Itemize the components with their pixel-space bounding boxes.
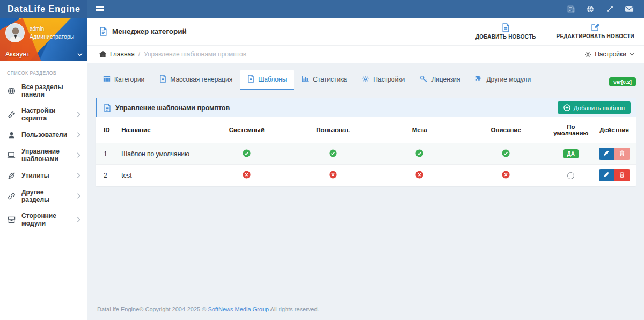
table-icon (103, 75, 111, 84)
sidebar-item-label: Все разделы панели (21, 83, 80, 98)
home-icon (99, 51, 106, 57)
page-header: Менеджер категорий ДОБАВИТЬ НОВОСТЬ РЕДА… (87, 18, 644, 45)
tab-6[interactable]: Другие модули (467, 70, 538, 90)
default-radio[interactable] (567, 172, 574, 179)
tab-label: Категории (114, 76, 144, 83)
column-header: Описание (463, 117, 549, 143)
app-window: DataLife Engine (0, 0, 644, 320)
add-template-button[interactable]: Добавить шаблон (558, 101, 631, 114)
sidebar-item-0[interactable]: Все разделы панели (0, 79, 87, 103)
cell-id: 1 (96, 143, 117, 165)
pencil-icon (603, 171, 610, 179)
page-title: Менеджер категорий (99, 27, 187, 36)
tab-label: Статистика (313, 76, 347, 83)
plus-circle-icon (564, 104, 570, 111)
sidebar-item-2[interactable]: Пользователи (0, 126, 87, 143)
cell-user (290, 143, 376, 165)
cell-meta (376, 143, 463, 165)
templates-table: IDНазваниеСистемныйПользоват.МетаОписани… (96, 117, 636, 186)
version-badge: ver[0.2] (609, 77, 636, 86)
tab-4[interactable]: Настройки (354, 70, 412, 90)
laptop-icon (7, 151, 16, 159)
trash-icon (619, 171, 625, 180)
user-role: Администраторы (30, 33, 74, 41)
app-logo: DataLife Engine (0, 0, 87, 18)
tab-3[interactable]: Статистика (294, 70, 354, 90)
trash-icon (619, 150, 625, 158)
column-header: Мета (376, 117, 463, 143)
chevron-down-icon (630, 53, 634, 56)
file-icon (247, 75, 254, 84)
link-icon (7, 192, 16, 200)
x-circle-icon (502, 173, 510, 180)
document-icon (104, 104, 111, 112)
cell-system (203, 143, 290, 165)
templates-panel: Управление шаблонами промптов Добавить ш… (96, 98, 636, 186)
tab-5[interactable]: Лицензия (412, 70, 467, 90)
breadcrumb-current: Управление шаблонами промптов (144, 50, 246, 58)
cell-name: test (117, 165, 203, 186)
column-header: По умолчанию (549, 117, 592, 143)
cell-user (290, 165, 376, 186)
edit-button[interactable] (599, 148, 614, 160)
edit-news-button[interactable]: РЕДАКТИРОВАТЬ НОВОСТИ (557, 23, 634, 40)
globe-icon[interactable] (583, 2, 598, 17)
avatar[interactable] (5, 23, 25, 42)
tab-1[interactable]: Массовая генерация (152, 70, 240, 90)
default-badge: ДА (564, 149, 579, 158)
tab-2[interactable]: Шаблоны (240, 70, 294, 90)
sidebar-section-label: СПИСОК РАЗДЕЛОВ (0, 61, 87, 79)
wrench-icon (7, 110, 16, 119)
sidebar-toggle-button[interactable] (87, 0, 112, 18)
account-toggle[interactable]: Аккаунт (5, 50, 83, 58)
chevron-right-icon (77, 193, 80, 199)
sidebar-item-label: Сторонние модули (21, 212, 71, 227)
sidebar-item-3[interactable]: Управление шаблонами (0, 143, 87, 167)
chevron-down-icon (77, 53, 83, 56)
table-row: 2test (96, 165, 636, 186)
add-news-button[interactable]: ДОБАВИТЬ НОВОСТЬ (475, 23, 536, 40)
x-circle-icon (243, 173, 251, 180)
settings-dropdown[interactable]: Настройки (584, 50, 634, 58)
table-header-row: IDНазваниеСистемныйПользоват.МетаОписани… (96, 117, 636, 143)
panel-header: Управление шаблонами промптов Добавить ш… (96, 98, 636, 117)
tabs-row: КатегорииМассовая генерацияШаблоныСтатис… (96, 70, 636, 90)
breadcrumb-home[interactable]: Главная (110, 50, 135, 58)
cell-id: 2 (96, 165, 117, 186)
sidebar-item-4[interactable]: Утилиты (0, 167, 87, 184)
tab-0[interactable]: Категории (96, 70, 152, 90)
user-text: admin Администраторы (30, 23, 74, 41)
topbar-icons (564, 0, 644, 18)
document-icon (99, 27, 107, 36)
x-circle-icon (329, 173, 337, 180)
sidebar-item-6[interactable]: Сторонние модули (0, 208, 87, 231)
sidebar-item-label: Утилиты (21, 172, 49, 179)
cell-default: ДА (549, 143, 592, 165)
rights-text: All rights reserved. (269, 306, 319, 312)
delete-button[interactable] (614, 148, 630, 160)
cell-actions (592, 165, 636, 186)
footer: DataLife Engine® Copyright 2004-2025 © S… (96, 300, 636, 320)
edit-button[interactable] (599, 169, 614, 181)
x-circle-icon (415, 173, 423, 180)
sidebar-item-5[interactable]: Другие разделы (0, 184, 87, 208)
news-icon[interactable] (564, 2, 579, 17)
tab-label: Настройки (373, 76, 405, 83)
mail-icon[interactable] (621, 2, 636, 17)
tab-label: Лицензия (431, 76, 460, 83)
gear-icon (584, 51, 591, 58)
check-circle-icon (243, 151, 251, 159)
delete-button[interactable] (614, 169, 630, 181)
column-header: Действия (592, 117, 636, 143)
leaf-icon (7, 171, 16, 180)
cell-meta (376, 165, 463, 186)
sidebar-item-label: Другие разделы (21, 188, 71, 203)
hamburger-icon (96, 6, 104, 11)
fullscreen-icon[interactable] (602, 2, 617, 17)
softnews-link[interactable]: SoftNews Media Group (208, 306, 269, 312)
file-icon (159, 75, 166, 84)
sidebar-item-1[interactable]: Настройки скрипта (0, 103, 87, 126)
check-circle-icon (415, 151, 423, 159)
chevron-right-icon (77, 217, 80, 222)
tabs: КатегорииМассовая генерацияШаблоныСтатис… (96, 70, 538, 90)
